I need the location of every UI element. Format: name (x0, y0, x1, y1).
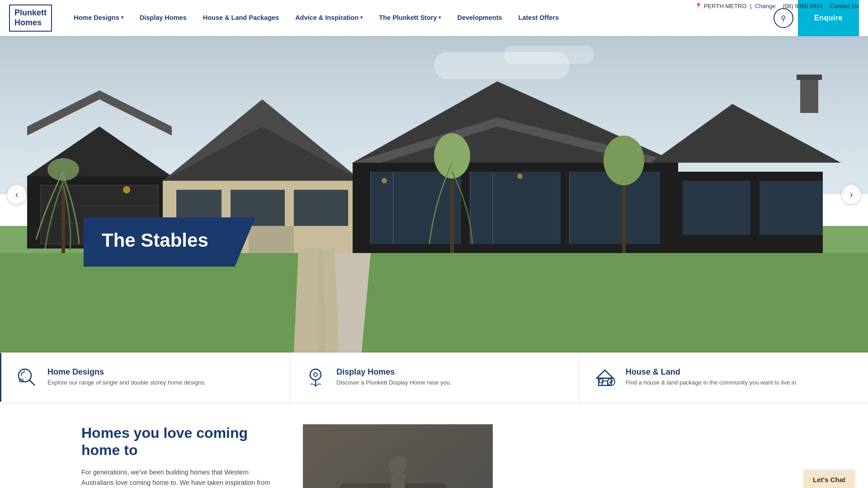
nav-item-home-designs[interactable]: Home Designs▾ (66, 0, 132, 36)
hero-caption: The Stables (84, 217, 255, 267)
main-nav: Home Designs▾Display HomesHouse & Land P… (66, 0, 793, 36)
quick-link-house-land[interactable]: House & LandFind a house & land package … (580, 353, 868, 402)
svg-rect-20 (470, 172, 561, 244)
intro-image-inner (303, 424, 493, 488)
intro-image (303, 424, 493, 488)
quick-link-desc-display-homes: Discover a Plunkett Display Home near yo… (336, 379, 451, 387)
change-link[interactable]: Change (755, 3, 776, 9)
search-icon (15, 366, 38, 389)
svg-marker-10 (163, 127, 362, 181)
svg-rect-14 (294, 190, 348, 226)
quick-link-title-home-designs: Home Designs (47, 367, 206, 377)
svg-marker-49 (597, 370, 613, 378)
nav-item-the-plunkett-story[interactable]: The Plunkett Story▾ (371, 0, 449, 36)
nav-item-house-and-land-packages[interactable]: House & Land Packages (195, 0, 287, 36)
location-text: PERTH METRO (704, 3, 746, 9)
quick-link-text-house-land: House & LandFind a house & land package … (626, 367, 798, 387)
contact-link[interactable]: Contact Us (830, 3, 859, 9)
house-illustration (0, 36, 868, 352)
search-icon: ⚲ (781, 14, 786, 23)
nav-item-advice-and-inspiration[interactable]: Advice & Inspiration▾ (287, 0, 371, 36)
quick-link-text-display-homes: Display HomesDiscover a Plunkett Display… (336, 367, 451, 387)
location-indicator: PERTH METRO | Change (695, 3, 776, 9)
intro-text-block: Homes you love coming home to For genera… (81, 424, 276, 488)
nav-item-developments[interactable]: Developments (449, 0, 510, 36)
chevron-down-icon: ▾ (360, 15, 363, 20)
quick-link-display-homes[interactable]: Display HomesDiscover a Plunkett Display… (290, 353, 579, 402)
svg-point-48 (314, 373, 317, 376)
svg-rect-63 (303, 424, 493, 488)
nav-item-latest-offers[interactable]: Latest Offers (510, 0, 567, 36)
chevron-down-icon: ▾ (121, 15, 123, 20)
intro-description: For generations, we've been building hom… (81, 467, 276, 488)
svg-marker-42 (294, 249, 339, 352)
quick-link-desc-home-designs: Explore our range of single and double s… (47, 379, 206, 387)
site-logo[interactable]: Plunkett Homes (9, 5, 52, 31)
hero-section: The Stables ‹ › (0, 36, 868, 352)
svg-rect-32 (797, 75, 822, 80)
svg-point-34 (47, 158, 79, 181)
slider-next-button[interactable]: › (842, 185, 861, 204)
quick-link-title-display-homes: Display Homes (336, 367, 451, 377)
pin-icon (304, 366, 327, 389)
svg-point-41 (517, 174, 523, 179)
svg-rect-15 (249, 226, 294, 253)
house-icon (593, 366, 617, 389)
quick-link-text-home-designs: Home DesignsExplore our range of single … (47, 367, 206, 387)
quick-link-title-house-land: House & Land (626, 367, 798, 377)
svg-rect-29 (683, 181, 750, 235)
quick-link-desc-house-land: Find a house & land package in the commu… (626, 379, 798, 387)
slider-prev-button[interactable]: ‹ (7, 185, 26, 204)
svg-rect-1 (0, 253, 868, 352)
svg-point-47 (310, 369, 321, 380)
quick-link-home-designs[interactable]: Home DesignsExplore our range of single … (0, 353, 290, 402)
pin-icon (695, 3, 702, 9)
svg-line-45 (29, 380, 35, 385)
svg-point-40 (382, 178, 387, 183)
intro-section: Homes you love coming home to For genera… (0, 402, 868, 488)
lets-chat-button[interactable]: Let's Chat (804, 471, 854, 488)
quick-links-bar: Home DesignsExplore our range of single … (0, 352, 868, 402)
logo-text: Plunkett Homes (14, 8, 47, 28)
top-bar: PERTH METRO | Change (08) 9366 0414 Cont… (686, 0, 868, 12)
svg-point-38 (604, 136, 644, 185)
intro-heading: Homes you love coming home to (81, 424, 276, 459)
chevron-down-icon: ▾ (439, 15, 441, 20)
svg-point-39 (123, 186, 130, 193)
hero-title: The Stables (102, 230, 233, 251)
svg-rect-31 (800, 77, 818, 113)
phone-number[interactable]: (08) 9366 0414 (783, 3, 823, 9)
nav-item-display-homes[interactable]: Display Homes (132, 0, 195, 36)
svg-point-44 (19, 369, 31, 382)
svg-rect-30 (760, 181, 823, 235)
